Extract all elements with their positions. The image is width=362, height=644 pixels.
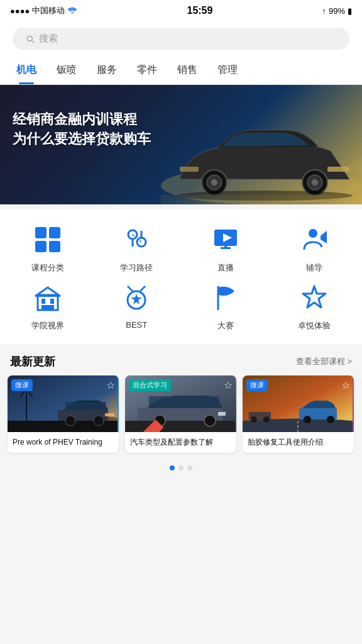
svg-point-8 xyxy=(312,179,318,186)
badge-2: 混合式学习 xyxy=(129,379,171,391)
svg-rect-24 xyxy=(41,305,54,310)
card-info-1: Pre work of PHEV Training xyxy=(8,432,119,453)
svg-rect-10 xyxy=(35,227,47,238)
card-title-2: 汽车类型及配置参数了解 xyxy=(130,437,231,448)
svg-rect-43 xyxy=(105,413,114,416)
svg-point-42 xyxy=(94,416,104,426)
flag-icon xyxy=(208,280,243,315)
experience-label: 卓悦体验 xyxy=(298,320,331,331)
svg-point-57 xyxy=(251,416,257,423)
star-outline-icon xyxy=(297,280,332,315)
course-card-2[interactable]: 混合式学习 ☆ 全新 汽车类型及配置参数了解 xyxy=(125,375,236,453)
star-btn-3[interactable]: ☆ xyxy=(341,379,350,391)
svg-line-29 xyxy=(140,286,145,291)
svg-rect-47 xyxy=(149,396,219,408)
svg-line-28 xyxy=(128,286,133,291)
course-card-3[interactable]: 微课 ☆ 胎胶修复工具使用介绍 xyxy=(243,375,354,453)
battery-level: 99% xyxy=(329,6,345,16)
medal-icon xyxy=(119,280,154,315)
svg-rect-40 xyxy=(65,402,106,410)
pagination-dots xyxy=(0,465,362,480)
badge-1: 微课 xyxy=(11,379,33,391)
status-bar: ●●●● 中国移动 15:59 ↑ 99% ▮ xyxy=(0,0,362,21)
icon-experience[interactable]: 卓悦体验 xyxy=(273,280,356,331)
tab-sales[interactable]: 销售 xyxy=(167,56,207,84)
search-bar: 搜索 xyxy=(0,21,362,56)
banner-line1: 经销商金融内训课程 xyxy=(13,110,151,130)
location-icon: ↑ xyxy=(322,6,326,16)
section-header: 最新更新 查看全部课程 > xyxy=(0,344,362,375)
academy-label: 学院视界 xyxy=(31,320,64,331)
tab-management[interactable]: 管理 xyxy=(207,56,248,84)
icon-academy[interactable]: 学院视界 xyxy=(6,280,89,331)
status-right: ↑ 99% ▮ xyxy=(322,6,352,16)
tutor-label: 辅导 xyxy=(306,262,322,274)
tutor-icon xyxy=(297,222,332,257)
signal-dots: ●●●● xyxy=(10,6,30,16)
search-placeholder: 搜索 xyxy=(39,33,58,45)
tab-mechanic[interactable]: 机电 xyxy=(6,56,47,84)
svg-point-20 xyxy=(309,229,317,238)
live-label: 直播 xyxy=(217,262,234,274)
carrier: 中国移动 xyxy=(32,5,65,16)
icon-best[interactable]: BEST xyxy=(96,280,178,331)
card-thumb-2: 混合式学习 ☆ 全新 xyxy=(125,375,236,432)
banner-car xyxy=(161,97,362,204)
card-info-2: 汽车类型及配置参数了解 xyxy=(125,432,236,453)
grid-icon xyxy=(30,222,65,257)
battery-icon: ▮ xyxy=(348,6,352,16)
course-category-label: 课程分类 xyxy=(31,262,64,274)
svg-marker-31 xyxy=(303,286,326,308)
svg-marker-27 xyxy=(131,294,142,304)
dot-3[interactable] xyxy=(187,465,192,470)
card-info-3: 胎胶修复工具使用介绍 xyxy=(243,432,354,453)
card-thumb-1: 微课 ☆ xyxy=(8,375,119,432)
dot-2[interactable] xyxy=(178,465,184,470)
search-input[interactable]: 搜索 xyxy=(13,28,349,50)
icon-grid: 课程分类 学习路径 直播 xyxy=(0,209,362,344)
svg-point-54 xyxy=(304,416,311,423)
svg-rect-13 xyxy=(49,241,60,252)
cards-row: 微课 ☆ Pre work of PHEV Training xyxy=(0,375,362,465)
svg-rect-50 xyxy=(218,412,226,416)
icon-competition[interactable]: 大赛 xyxy=(184,280,267,331)
dot-1[interactable] xyxy=(170,465,175,470)
status-left: ●●●● 中国移动 xyxy=(10,5,77,16)
tab-paint[interactable]: 钣喷 xyxy=(47,56,87,84)
svg-point-41 xyxy=(65,416,75,426)
svg-point-49 xyxy=(204,415,216,426)
svg-rect-19 xyxy=(224,246,227,249)
building-icon xyxy=(30,280,65,315)
star-btn-1[interactable]: ☆ xyxy=(106,379,115,391)
icon-learning-path[interactable]: 学习路径 xyxy=(96,222,178,274)
svg-point-55 xyxy=(327,416,334,423)
svg-point-5 xyxy=(211,179,217,186)
star-btn-2[interactable]: ☆ xyxy=(224,379,233,391)
svg-point-58 xyxy=(263,416,270,423)
learning-path-label: 学习路径 xyxy=(120,262,153,274)
course-card-1[interactable]: 微课 ☆ Pre work of PHEV Training xyxy=(8,375,119,453)
svg-rect-45 xyxy=(125,421,235,432)
view-all-link[interactable]: 查看全部课程 > xyxy=(296,356,352,367)
section-title: 最新更新 xyxy=(10,354,55,369)
banner-line2: 为什么要选择贷款购车 xyxy=(13,130,151,149)
nav-tabs: 机电 钣喷 服务 零件 销售 管理 xyxy=(0,56,362,85)
map-pin-icon xyxy=(119,222,154,257)
card-thumb-3: 微课 ☆ xyxy=(243,375,354,432)
tab-parts[interactable]: 零件 xyxy=(127,56,167,84)
live-tv-icon xyxy=(208,222,243,257)
banner-text: 经销商金融内训课程 为什么要选择贷款购车 xyxy=(13,110,151,149)
svg-rect-2 xyxy=(180,167,199,172)
competition-label: 大赛 xyxy=(217,320,234,331)
icon-live[interactable]: 直播 xyxy=(184,222,267,274)
card-title-3: 胎胶修复工具使用介绍 xyxy=(248,437,349,448)
icon-course-category[interactable]: 课程分类 xyxy=(6,222,89,274)
svg-rect-12 xyxy=(35,241,47,252)
tab-service[interactable]: 服务 xyxy=(87,56,127,84)
wifi-icon xyxy=(67,6,77,16)
card-title-1: Pre work of PHEV Training xyxy=(13,437,114,448)
banner[interactable]: 经销商金融内训课程 为什么要选择贷款购车 xyxy=(0,85,362,204)
icon-tutor[interactable]: 辅导 xyxy=(273,222,356,274)
badge-3: 微课 xyxy=(246,379,268,391)
best-label: BEST xyxy=(126,320,147,330)
